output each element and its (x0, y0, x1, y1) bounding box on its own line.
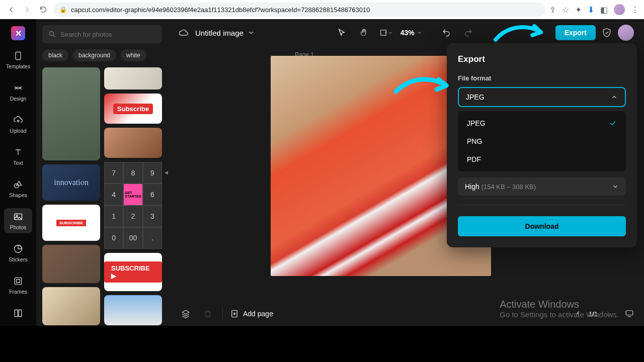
grid-icon (13, 308, 24, 319)
present-button[interactable] (625, 309, 634, 319)
bookmark-icon[interactable]: ☆ (562, 5, 569, 15)
crop-tool[interactable] (378, 25, 393, 40)
quality-select[interactable]: High (154 KB – 308 KB) (458, 177, 626, 196)
rail-photos[interactable]: Photos (4, 208, 32, 233)
layers-button[interactable] (178, 306, 193, 321)
rail-templates[interactable]: Templates (4, 47, 32, 72)
svg-point-9 (50, 32, 54, 36)
url-bar[interactable]: 🔒 capcut.com/editor-graphic/e94e9602396f… (53, 3, 545, 17)
photo-thumb[interactable] (42, 287, 100, 325)
url-text: capcut.com/editor-graphic/e94e9602396f4e… (71, 6, 370, 14)
chip-white[interactable]: white (120, 49, 146, 61)
photo-thumb[interactable] (104, 253, 162, 291)
option-jpeg[interactable]: JPEG (461, 114, 623, 132)
back-button[interactable] (5, 4, 17, 16)
chevron-down-icon (612, 183, 619, 190)
svg-rect-12 (626, 310, 633, 315)
download-button[interactable]: Download (458, 216, 626, 236)
menu-icon[interactable]: ⋮ (631, 5, 639, 15)
add-page-button[interactable]: Add page (230, 309, 273, 318)
format-label: File format (458, 74, 626, 82)
option-png[interactable]: PNG (461, 132, 623, 150)
svg-point-1 (15, 184, 19, 188)
reload-button[interactable] (37, 4, 49, 16)
format-select[interactable]: JPEG (458, 87, 626, 107)
photo-thumb[interactable] (104, 295, 162, 325)
hand-tool[interactable] (356, 25, 371, 40)
svg-rect-8 (19, 310, 22, 316)
search-icon (48, 30, 56, 38)
annotation-arrow (393, 76, 454, 102)
browser-avatar[interactable] (614, 4, 625, 15)
redo-button[interactable] (461, 25, 476, 40)
option-pdf[interactable]: PDF (461, 150, 623, 168)
chip-background[interactable]: background (72, 49, 116, 61)
photo-thumb[interactable] (42, 67, 100, 160)
add-page-icon (230, 309, 239, 318)
download-icon[interactable]: ⬇ (588, 5, 594, 15)
text-icon (13, 147, 24, 158)
left-rail: ✕ Templates Design Upload Text Shapes Ph… (0, 19, 36, 326)
rail-more[interactable] (4, 305, 32, 322)
photo-thumb[interactable]: 7894GETSTARTED6123000. (104, 162, 162, 249)
user-avatar[interactable] (618, 25, 634, 41)
photo-thumb[interactable] (42, 245, 100, 283)
collapse-panel-handle[interactable]: ◀ (163, 157, 168, 188)
frames-icon (13, 276, 24, 287)
export-popover: Export File format JPEG JPEG PNG PDF Hig… (447, 43, 637, 247)
export-button[interactable]: Export (555, 25, 596, 40)
delete-button[interactable] (200, 306, 215, 321)
upload-icon (13, 115, 24, 126)
share-icon[interactable]: ⇪ (549, 5, 556, 15)
rail-upload[interactable]: Upload (4, 112, 32, 137)
zoom-display[interactable]: 43% (400, 29, 423, 37)
rail-design[interactable]: Design (4, 79, 32, 105)
forward-button[interactable] (21, 4, 33, 16)
shapes-icon (13, 179, 24, 190)
design-icon (13, 82, 24, 94)
photo-thumb[interactable]: innovation (42, 164, 100, 201)
chevron-up-icon (611, 94, 618, 101)
photos-panel: black background white innovation 7894GE… (36, 19, 168, 326)
chevron-down-icon (248, 29, 255, 36)
search-box[interactable] (42, 25, 162, 43)
stickers-icon (13, 243, 24, 254)
photos-icon (13, 211, 24, 222)
photo-thumb[interactable] (104, 128, 162, 158)
svg-rect-7 (15, 310, 18, 316)
browser-chrome: 🔒 capcut.com/editor-graphic/e94e9602396f… (0, 0, 644, 19)
search-input[interactable] (60, 31, 156, 38)
chevron-down-icon (417, 30, 423, 36)
windows-watermark: Activate Windows Go to Settings to activ… (500, 299, 619, 319)
document-title[interactable]: Untitled image (195, 29, 255, 37)
annotation-arrow (493, 22, 548, 47)
cursor-tool[interactable] (334, 25, 349, 40)
rail-text[interactable]: Text (4, 144, 32, 169)
check-icon (609, 119, 617, 127)
lock-icon: 🔒 (59, 6, 67, 13)
format-options: JPEG PNG PDF (458, 111, 626, 171)
undo-button[interactable] (439, 25, 454, 40)
rail-shapes[interactable]: Shapes (4, 176, 32, 201)
svg-rect-6 (17, 280, 20, 283)
templates-icon (13, 50, 24, 61)
svg-rect-0 (16, 52, 21, 60)
sidepanel-icon[interactable]: ◧ (600, 5, 608, 15)
extensions-icon[interactable]: ✦ (575, 5, 582, 15)
shield-icon[interactable] (602, 28, 612, 38)
app-logo[interactable]: ✕ (11, 26, 25, 40)
cloud-icon[interactable] (178, 28, 188, 38)
export-title: Export (458, 54, 626, 64)
photo-thumb[interactable] (42, 205, 100, 241)
photo-thumb[interactable] (104, 67, 162, 89)
rail-frames[interactable]: Frames (4, 273, 32, 298)
photo-thumb[interactable] (104, 94, 162, 124)
svg-rect-5 (15, 278, 21, 284)
chip-black[interactable]: black (42, 49, 68, 61)
rail-stickers[interactable]: Stickers (4, 240, 32, 265)
top-bar: Untitled image 43% Export (168, 19, 644, 46)
